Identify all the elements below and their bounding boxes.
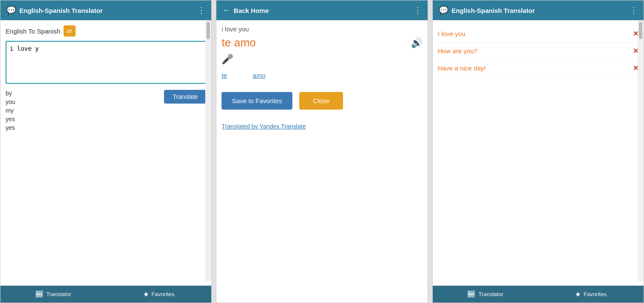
gap-2 (428, 0, 432, 303)
translate-button[interactable]: Translate (164, 90, 206, 104)
panel3-body: I love you ✕ How are you? ✕ Have a nice … (433, 20, 644, 285)
speaker-icon: 🔊 (411, 37, 422, 48)
chat-bubble-icon: 💬 (6, 6, 16, 15)
mic-button[interactable]: 🎤 (222, 54, 233, 65)
suggestion-by[interactable]: by (6, 90, 15, 97)
panel2-header: ← Back Home ⋮ (216, 0, 427, 20)
fav-item-1: I love you ✕ (438, 25, 638, 43)
panel1-title: English-Spanish Translator (19, 7, 194, 14)
scrollbar-3[interactable] (638, 20, 644, 281)
lang-label: English To Spanish (6, 28, 60, 35)
speaker-button[interactable]: 🔊 (411, 37, 422, 49)
suggestion-yes1[interactable]: yes (6, 116, 15, 122)
translated-text: te amo 🔊 (222, 36, 422, 49)
swap-languages-button[interactable]: ⇄ (64, 25, 76, 37)
fav-text-1: I love you (438, 30, 465, 37)
suggestion-my[interactable]: my (6, 107, 15, 114)
panel2-body: i love you te amo 🔊 🎤 te amo Save to Fav… (216, 20, 427, 303)
fav-text-2: How are you? (438, 47, 478, 55)
tab-favorites-3[interactable]: ★ Favorites (538, 286, 644, 303)
panel1-footer: 🔤 Translator ★ Favorites (0, 285, 211, 303)
mic-icon: 🎤 (222, 54, 233, 64)
translation-value: te amo (222, 36, 256, 49)
panel3-title: English-Spanish Translator (452, 7, 626, 14)
panel1-body: English To Spanish ⇄ i love y by you my … (0, 20, 211, 285)
language-row: English To Spanish ⇄ (6, 25, 206, 37)
gap-1 (212, 0, 216, 303)
panel3-footer: 🔤 Translator ★ Favorites (433, 285, 644, 303)
yandex-translate-link[interactable]: Translated by Yandex.Translate (222, 123, 306, 130)
panel-translator-input: 💬 English-Spanish Translator ⋮ English T… (0, 0, 212, 303)
favorites3-tab-label: Favorites (583, 291, 606, 297)
tab-translator-1[interactable]: 🔤 Translator (0, 286, 106, 303)
word-amo-link[interactable]: amo (253, 72, 265, 79)
fav-text-3: Have a nice day! (438, 64, 486, 72)
panel3-menu-dots[interactable]: ⋮ (630, 6, 638, 15)
panel2-menu-dots[interactable]: ⋮ (414, 6, 422, 15)
favorites3-tab-icon: ★ (575, 290, 581, 298)
translator3-tab-icon: 🔤 (467, 290, 476, 298)
panel1-menu-dots[interactable]: ⋮ (197, 6, 205, 15)
panel1-header: 💬 English-Spanish Translator ⋮ (0, 0, 211, 20)
panel3-chat-icon: 💬 (439, 6, 448, 15)
save-to-favorites-button[interactable]: Save to Favorites (222, 92, 292, 110)
suggestion-yes2[interactable]: yes (6, 124, 15, 131)
translate-row: by you my yes yes Translate (6, 90, 206, 131)
translator-tab-icon: 🔤 (35, 290, 44, 298)
tab-translator-3[interactable]: 🔤 Translator (433, 286, 538, 303)
suggestions-list: by you my yes yes (6, 90, 15, 131)
translator-tab-label: Translator (46, 291, 71, 297)
panel-translation-result: ← Back Home ⋮ i love you te amo 🔊 🎤 te a… (216, 0, 428, 303)
action-buttons: Save to Favorites Close (222, 92, 422, 110)
panel3-header: 💬 English-Spanish Translator ⋮ (433, 0, 644, 20)
word-breakdown: te amo (222, 72, 422, 79)
word-te-link[interactable]: te (222, 72, 227, 79)
input-textarea[interactable]: i love y (6, 41, 206, 84)
tab-favorites-1[interactable]: ★ Favorites (106, 286, 212, 303)
scrollbar-1[interactable] (205, 20, 211, 281)
fav-item-2: How are you? ✕ (438, 43, 638, 60)
source-text: i love you (222, 25, 422, 33)
close-button[interactable]: Close (299, 92, 343, 110)
suggestion-you[interactable]: you (6, 98, 15, 105)
back-arrow-icon: ← (222, 6, 230, 15)
scrollbar-thumb-3 (639, 22, 642, 39)
scrollbar-thumb-1 (207, 22, 210, 39)
panel2-title: Back Home (234, 7, 410, 14)
favorites-tab-label: Favorites (152, 291, 174, 297)
translator3-tab-label: Translator (478, 291, 503, 297)
fav-item-3: Have a nice day! ✕ (438, 60, 638, 77)
panel-favorites: 💬 English-Spanish Translator ⋮ I love yo… (432, 0, 644, 303)
favorites-tab-icon: ★ (143, 290, 149, 298)
